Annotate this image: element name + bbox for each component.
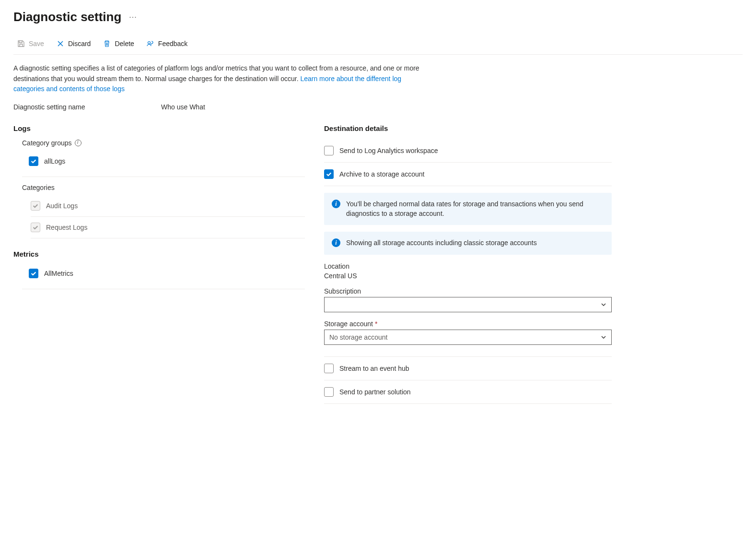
request-logs-label: Request Logs [46, 224, 87, 231]
save-icon [17, 40, 25, 47]
delete-button[interactable]: Delete [99, 38, 138, 49]
page-title: Diagnostic setting [13, 10, 121, 24]
storage-charge-info: i You'll be charged normal data rates fo… [324, 193, 612, 225]
required-asterisk: * [375, 320, 377, 328]
storage-account-dropdown[interactable]: No storage account [324, 330, 612, 345]
all-metrics-checkbox[interactable] [29, 269, 38, 278]
setting-name-value: Who use What [161, 103, 205, 111]
all-logs-checkbox[interactable] [29, 156, 38, 166]
storage-account-label: Storage account [324, 320, 373, 328]
feedback-button[interactable]: Feedback [143, 38, 191, 49]
subscription-label: Subscription [324, 287, 612, 295]
storage-account-placeholder: No storage account [329, 333, 387, 341]
discard-button[interactable]: Discard [53, 38, 94, 49]
archive-storage-checkbox[interactable] [324, 169, 334, 179]
logs-heading: Logs [13, 124, 305, 132]
location-value: Central US [324, 272, 612, 280]
storage-classic-text: Showing all storage accounts including c… [346, 238, 537, 248]
description-text: A diagnostic setting specifies a list of… [13, 63, 430, 95]
setting-name-label: Diagnostic setting name [13, 103, 161, 111]
categories-label: Categories [22, 184, 55, 191]
subscription-dropdown[interactable] [324, 297, 612, 312]
save-label: Save [29, 40, 44, 47]
discard-label: Discard [68, 40, 91, 47]
info-icon: i [332, 238, 340, 247]
event-hub-checkbox[interactable] [324, 364, 334, 373]
destination-heading: Destination details [324, 124, 612, 132]
location-label: Location [324, 262, 612, 270]
toolbar: Save Discard Delete Feedback [13, 38, 743, 55]
archive-storage-label: Archive to a storage account [339, 170, 424, 178]
storage-charge-text: You'll be charged normal data rates for … [346, 200, 604, 218]
storage-classic-info: i Showing all storage accounts including… [324, 232, 612, 255]
audit-logs-label: Audit Logs [46, 202, 78, 210]
log-analytics-checkbox[interactable] [324, 146, 334, 155]
all-logs-label: allLogs [44, 157, 65, 165]
info-icon: i [332, 200, 340, 208]
all-metrics-label: AllMetrics [44, 270, 73, 277]
category-groups-label: Category groups [22, 139, 72, 147]
svg-point-0 [148, 42, 150, 44]
event-hub-label: Stream to an event hub [339, 365, 409, 372]
save-button: Save [13, 38, 48, 49]
discard-icon [57, 40, 64, 47]
feedback-label: Feedback [158, 40, 187, 47]
partner-checkbox[interactable] [324, 387, 334, 397]
log-analytics-label: Send to Log Analytics workspace [339, 147, 438, 154]
audit-logs-checkbox [31, 201, 40, 211]
delete-icon [103, 40, 111, 47]
chevron-down-icon [601, 334, 606, 340]
info-icon[interactable] [75, 140, 81, 146]
partner-label: Send to partner solution [339, 388, 411, 396]
more-options-icon[interactable]: ··· [129, 13, 137, 22]
delete-label: Delete [115, 40, 134, 47]
feedback-icon [147, 40, 154, 47]
metrics-heading: Metrics [13, 250, 305, 258]
chevron-down-icon [601, 302, 606, 307]
request-logs-checkbox [31, 223, 40, 232]
